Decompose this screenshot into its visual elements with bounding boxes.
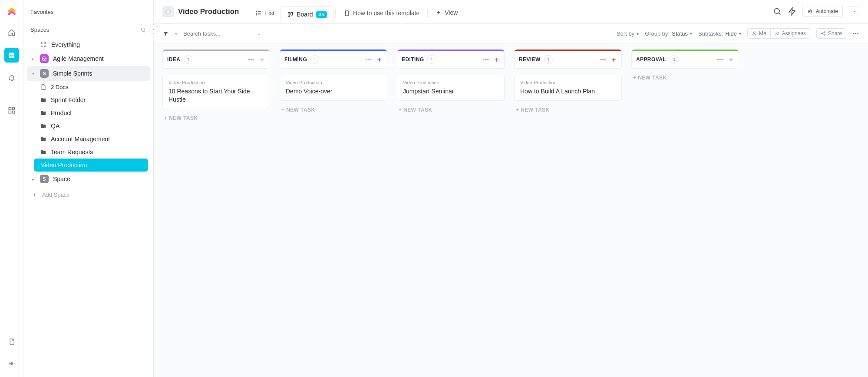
add-view-button[interactable]: ＋ View bbox=[429, 4, 464, 23]
record-icon[interactable] bbox=[4, 356, 19, 371]
add-task-button[interactable]: ＋ bbox=[728, 56, 734, 64]
lane-idea: IDEA1•••＋Video Production10 Reasons to S… bbox=[162, 50, 270, 127]
filter-bar: ▾ ⌄ Sort by▾ Group by: Status ▾ Subtasks… bbox=[154, 24, 868, 43]
breadcrumb[interactable]: Video Production bbox=[162, 3, 243, 23]
sidebar-item-account-management[interactable]: Account Management bbox=[27, 132, 150, 146]
lane-editing: EDITING1•••＋Video ProductionJumpstart Se… bbox=[397, 50, 505, 127]
sidebar-item-label: Account Management bbox=[51, 136, 110, 142]
sidebar-item-sprint-folder[interactable]: Sprint Folder bbox=[27, 93, 150, 106]
favorites-heading[interactable]: Favorites bbox=[27, 6, 150, 20]
lane-header: IDEA1•••＋ bbox=[162, 50, 270, 69]
sidebar-item-agile[interactable]: ▸ Agile Management bbox=[27, 51, 150, 66]
lane-count: 1 bbox=[544, 55, 553, 64]
group-by-button[interactable]: Group by: Status ▾ bbox=[645, 30, 692, 37]
sidebar-item-team-requests[interactable]: Team Requests bbox=[27, 146, 150, 159]
folder-icon bbox=[40, 97, 46, 103]
svg-point-13 bbox=[257, 11, 257, 12]
search-icon[interactable] bbox=[773, 7, 782, 16]
new-task-button[interactable]: + NEW TASK bbox=[280, 101, 387, 119]
svg-point-5 bbox=[10, 363, 13, 365]
lane-title: APPROVAL bbox=[636, 56, 666, 63]
tab-board[interactable]: Board 3 ▾ bbox=[281, 6, 333, 23]
tasks-icon[interactable] bbox=[4, 48, 19, 63]
svg-point-30 bbox=[857, 33, 858, 34]
chevron-down-icon bbox=[852, 9, 857, 13]
sidebar-item-label: Product bbox=[51, 109, 72, 116]
notifications-icon[interactable] bbox=[4, 70, 19, 85]
add-task-button[interactable]: ＋ bbox=[376, 56, 383, 64]
chevron-down-icon[interactable]: ▾ bbox=[175, 31, 177, 36]
sort-by-button[interactable]: Sort by▾ bbox=[617, 30, 639, 37]
lane-count: 1 bbox=[310, 55, 319, 64]
lane-filming: FILMING1•••＋Video ProductionDemo Voice-o… bbox=[280, 50, 387, 127]
lane-title: EDITING bbox=[402, 56, 424, 63]
sidebar-item-product[interactable]: Product bbox=[27, 106, 150, 119]
more-icon[interactable]: ••• bbox=[482, 56, 489, 63]
task-card[interactable]: Video ProductionJumpstart Seminar bbox=[397, 75, 505, 101]
spaces-heading[interactable]: Spaces bbox=[27, 20, 150, 38]
automate-dropdown[interactable] bbox=[849, 7, 860, 16]
more-icon[interactable]: ••• bbox=[717, 56, 723, 63]
icon-rail bbox=[0, 0, 23, 377]
svg-rect-2 bbox=[12, 107, 14, 109]
sidebar-item-everything[interactable]: Everything bbox=[27, 38, 150, 51]
sidebar-item-label: Video Production bbox=[41, 162, 87, 169]
task-project: Video Production bbox=[520, 80, 616, 85]
add-task-button[interactable]: ＋ bbox=[493, 56, 500, 64]
search-icon[interactable] bbox=[140, 27, 146, 33]
apps-icon[interactable] bbox=[4, 103, 19, 118]
automate-label: Automate bbox=[816, 8, 838, 14]
task-card[interactable]: Video ProductionDemo Voice-over bbox=[280, 75, 387, 101]
me-filter-button[interactable]: Me bbox=[747, 28, 771, 39]
chevron-down-icon[interactable]: ▾ bbox=[30, 71, 36, 76]
add-space-button[interactable]: ＋ Add Space bbox=[27, 186, 150, 203]
doc-icon[interactable] bbox=[4, 334, 19, 349]
svg-point-24 bbox=[778, 32, 779, 33]
bolt-icon[interactable] bbox=[788, 7, 796, 16]
lane-header: FILMING1•••＋ bbox=[280, 50, 387, 69]
lane-count: 0 bbox=[670, 55, 678, 64]
list-icon bbox=[162, 6, 174, 17]
more-icon[interactable]: ••• bbox=[248, 56, 254, 63]
svg-point-8 bbox=[45, 43, 46, 44]
chevron-right-icon[interactable]: ▸ bbox=[30, 177, 36, 182]
svg-point-21 bbox=[811, 11, 811, 12]
new-task-button[interactable]: + NEW TASK bbox=[397, 101, 505, 119]
sidebar-item-label: Simple Sprints bbox=[53, 70, 92, 77]
filter-icon[interactable] bbox=[162, 30, 169, 37]
tab-list[interactable]: List bbox=[249, 5, 281, 23]
robot-icon bbox=[807, 8, 813, 14]
lane-title: FILMING bbox=[284, 56, 307, 63]
sidebar-item-docs[interactable]: 2 Docs bbox=[27, 81, 150, 93]
add-task-button[interactable]: ＋ bbox=[611, 56, 617, 64]
more-icon[interactable] bbox=[852, 30, 859, 37]
add-task-button[interactable]: ＋ bbox=[259, 56, 265, 64]
share-button[interactable]: Share bbox=[816, 28, 846, 39]
sidebar-item-label: Agile Management bbox=[53, 55, 104, 62]
subtasks-button[interactable]: Subtasks: Hide ▾ bbox=[698, 30, 741, 37]
more-icon[interactable]: ••• bbox=[365, 56, 372, 63]
chevron-right-icon[interactable]: ▸ bbox=[30, 56, 36, 61]
assignees-filter-button[interactable]: Assignees bbox=[771, 28, 810, 39]
tab-howto[interactable]: How to use this template bbox=[337, 5, 426, 23]
sidebar-item-space[interactable]: ▸ S Space bbox=[27, 172, 150, 186]
sidebar-item-video-production[interactable]: Video Production bbox=[34, 159, 148, 172]
board-view-icon bbox=[287, 11, 294, 18]
new-task-button[interactable]: + NEW TASK bbox=[514, 101, 622, 119]
chevron-down-icon[interactable]: ⌄ bbox=[257, 31, 261, 36]
lane-title: IDEA bbox=[167, 56, 180, 63]
more-icon[interactable]: ••• bbox=[600, 56, 606, 63]
home-icon[interactable] bbox=[4, 25, 19, 40]
svg-point-15 bbox=[257, 14, 257, 15]
new-task-button[interactable]: + NEW TASK bbox=[162, 109, 270, 127]
folder-icon bbox=[40, 110, 46, 116]
task-card[interactable]: Video Production10 Reasons to Start Your… bbox=[162, 75, 270, 109]
sidebar-item-qa[interactable]: QA bbox=[27, 119, 150, 132]
new-task-button[interactable]: + NEW TASK bbox=[631, 69, 739, 87]
svg-point-20 bbox=[809, 11, 809, 12]
task-card[interactable]: Video ProductionHow to Build A Launch Pl… bbox=[514, 75, 622, 101]
sidebar-item-simple-sprints[interactable]: ▾ S Simple Sprints bbox=[27, 66, 150, 81]
search-input[interactable] bbox=[183, 30, 253, 37]
automate-button[interactable]: Automate bbox=[802, 6, 843, 17]
collapse-sidebar-button[interactable]: ‹ bbox=[149, 24, 158, 34]
